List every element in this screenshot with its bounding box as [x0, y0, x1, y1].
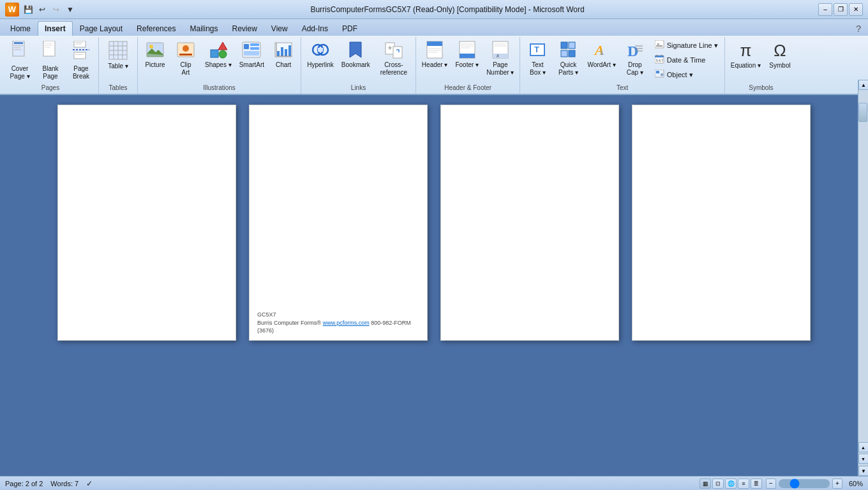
links-label: Links [351, 84, 366, 93]
page-info: Page: 2 of 2 [5, 480, 43, 487]
cross-reference-button[interactable]: Cross-reference [375, 38, 413, 79]
page-number-button[interactable]: # PageNumber ▾ [483, 38, 517, 79]
wordart-button[interactable]: A WordArt ▾ [584, 38, 618, 71]
proofing-icon[interactable]: ✓ [86, 479, 93, 488]
hyperlink-icon [311, 41, 329, 60]
cover-page-button[interactable]: CoverPage ▾ [5, 38, 34, 83]
title-bar: W 💾 ↩ ↪ ▼ BurrisComputerFormsGC5X7 (Read… [0, 0, 868, 19]
cross-reference-icon [385, 41, 403, 60]
pages-items: CoverPage ▾ BlankPage [5, 38, 96, 83]
smartart-button[interactable]: SmartArt [236, 38, 267, 71]
chart-label: Chart [276, 61, 291, 69]
zoom-slider[interactable] [779, 479, 830, 488]
scroll-bottom-button[interactable]: ▼ [858, 454, 869, 464]
restore-button[interactable]: ❐ [834, 3, 848, 16]
table-button[interactable]: Table ▾ [101, 38, 135, 73]
svg-rect-40 [288, 45, 291, 56]
hyperlink-button[interactable]: Hyperlink [304, 38, 337, 71]
blank-page-button[interactable]: BlankPage [36, 38, 65, 83]
object-button[interactable]: Object ▾ [651, 68, 722, 82]
page-number-label: PageNumber ▾ [486, 61, 514, 77]
header-icon [426, 41, 443, 60]
svg-rect-14 [75, 54, 83, 55]
picture-button[interactable]: Picture [140, 38, 170, 71]
scroll-top-button[interactable]: ▲ [858, 442, 869, 452]
tab-page-layout[interactable]: Page Layout [73, 21, 130, 36]
equation-button[interactable]: π Equation ▾ [728, 38, 764, 72]
bookmark-button[interactable]: Bookmark [338, 38, 373, 71]
footer-label: Footer ▾ [455, 61, 479, 69]
svg-rect-68 [561, 42, 567, 48]
tab-mailings[interactable]: Mailings [183, 21, 225, 36]
scroll-down-button[interactable]: ▼ [858, 466, 868, 476]
scroll-up-button[interactable]: ▲ [858, 80, 868, 90]
close-button[interactable]: ✕ [849, 3, 863, 16]
customize-button[interactable]: ▼ [64, 3, 77, 16]
minimize-button[interactable]: – [818, 3, 832, 16]
tab-view[interactable]: View [264, 21, 295, 36]
shapes-icon [209, 41, 227, 60]
svg-rect-2 [14, 45, 23, 47]
blank-page-label: BlankPage [42, 65, 58, 80]
zoom-in-button[interactable]: + [832, 479, 842, 489]
footer-line1: GC5X7 [257, 311, 427, 319]
shapes-button[interactable]: Shapes ▾ [202, 38, 235, 71]
shapes-label: Shapes ▾ [205, 61, 232, 69]
tab-add-ins[interactable]: Add-Ins [295, 21, 335, 36]
signature-line-button[interactable]: ✒ Signature Line ▾ [651, 38, 722, 52]
svg-point-30 [219, 50, 227, 58]
draft-view[interactable]: ≣ [751, 479, 762, 489]
footer-line2: Burris Computer Forms® www.pcforms.com 8… [257, 319, 427, 335]
tab-references[interactable]: References [130, 21, 183, 36]
redo-button[interactable]: ↪ [50, 3, 63, 16]
date-time-button[interactable]: 5 6 7 Date & Time [651, 53, 722, 67]
web-layout-view[interactable]: 🌐 [725, 479, 737, 489]
object-label: Object ▾ [667, 71, 693, 79]
tab-pdf[interactable]: PDF [335, 21, 364, 36]
scroll-thumb[interactable] [858, 103, 867, 122]
svg-rect-57 [460, 54, 475, 58]
print-layout-view[interactable]: ▦ [700, 479, 711, 489]
header-button[interactable]: Header ▾ [419, 38, 451, 71]
help-button[interactable]: ? [852, 21, 865, 36]
tab-review[interactable]: Review [225, 21, 264, 36]
title-text: BurrisComputerFormsGC5X7 (Read-Only) [Co… [77, 5, 818, 14]
text-box-button[interactable]: T TextBox ▾ [523, 38, 552, 79]
drop-cap-button[interactable]: D DropCap ▾ [620, 38, 650, 79]
svg-rect-34 [250, 47, 259, 50]
quick-parts-button[interactable]: QuickParts ▾ [553, 38, 583, 79]
svg-rect-24 [147, 54, 163, 57]
svg-rect-38 [281, 47, 283, 56]
undo-button[interactable]: ↩ [36, 3, 49, 16]
vertical-scrollbar[interactable]: ▲ ▲ ▼ ▼ [858, 80, 868, 476]
chart-button[interactable]: Chart [269, 38, 298, 71]
zoom-out-button[interactable]: − [766, 479, 776, 489]
symbol-button[interactable]: Ω Symbol [765, 38, 795, 72]
footer-button[interactable]: Footer ▾ [452, 38, 482, 71]
cross-reference-label: Cross-reference [380, 61, 407, 77]
picture-icon [146, 41, 164, 60]
scroll-track[interactable] [858, 90, 868, 440]
tab-insert[interactable]: Insert [38, 21, 73, 36]
tab-home[interactable]: Home [3, 21, 38, 36]
hyperlink-label: Hyperlink [307, 61, 334, 69]
group-illustrations: Picture ClipArt [138, 37, 301, 94]
svg-marker-29 [218, 42, 227, 50]
clip-art-button[interactable]: ClipArt [171, 38, 200, 79]
zoom-control: − + 60% [766, 479, 863, 489]
links-items: Hyperlink Bookmark [304, 38, 413, 83]
full-screen-view[interactable]: ⊡ [712, 479, 724, 489]
symbols-label: Symbols [749, 84, 773, 93]
symbol-icon: Ω [774, 41, 786, 61]
page-1 [57, 105, 236, 341]
footer-link[interactable]: www.pcforms.com [323, 320, 370, 326]
tables-label: Tables [109, 84, 128, 93]
text-box-label: TextBox ▾ [530, 61, 546, 77]
outline-view[interactable]: ≡ [738, 479, 749, 489]
svg-text:5 6 7: 5 6 7 [656, 59, 663, 63]
page-3 [440, 105, 619, 341]
page-break-button[interactable]: PageBreak [66, 38, 96, 83]
svg-rect-69 [569, 42, 575, 48]
save-button[interactable]: 💾 [22, 3, 34, 16]
svg-text:T: T [534, 45, 539, 54]
